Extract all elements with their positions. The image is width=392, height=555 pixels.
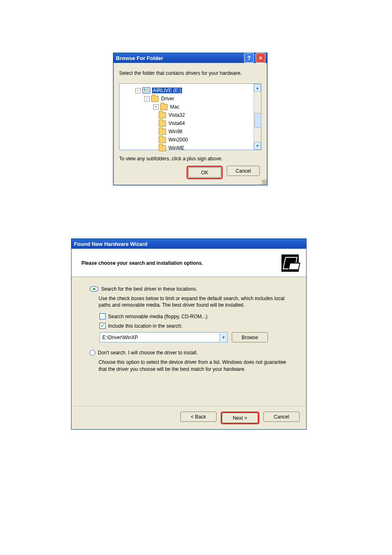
ok-highlight: OK xyxy=(187,166,223,179)
checkbox-label: Search removable media (floppy, CD-ROM..… xyxy=(108,314,208,319)
scroll-thumb[interactable] xyxy=(254,113,261,128)
tree-node-vista32[interactable]: Vista32 xyxy=(120,111,261,119)
collapse-icon[interactable]: − xyxy=(135,88,141,93)
folder-icon xyxy=(159,129,166,135)
folder-icon xyxy=(159,137,166,143)
checkbox-unchecked-icon[interactable] xyxy=(99,313,106,319)
cancel-button[interactable]: Cancel xyxy=(227,166,260,176)
tree-node-win2000[interactable]: Win2000 xyxy=(120,136,261,144)
resize-grip-icon[interactable] xyxy=(262,180,267,185)
next-highlight: Next > xyxy=(221,412,259,424)
radio-label: Search for the best driver in these loca… xyxy=(101,286,197,292)
search-help-text: Use the check boxes below to limit or ex… xyxy=(99,295,295,308)
location-combobox[interactable]: E:\Driver\WinXP ▼ xyxy=(99,332,228,342)
radio-selected-icon[interactable] xyxy=(90,286,99,292)
tree-node-driver[interactable]: − Driver xyxy=(120,95,261,103)
tree-label[interactable]: Win98 xyxy=(168,129,183,134)
folder-icon xyxy=(160,104,168,110)
wizard-heading: Please choose your search and installati… xyxy=(81,260,277,266)
radio-search-locations[interactable]: Search for the best driver in these loca… xyxy=(90,286,295,292)
help-button[interactable]: ? xyxy=(244,53,254,63)
folder-tree[interactable]: − AIRLIVE (E:) − Driver + Mac xyxy=(119,83,261,150)
tree-node-mac[interactable]: + Mac xyxy=(120,103,261,111)
browse-button[interactable]: Browse xyxy=(232,332,268,342)
dialog-title: Found New Hardware Wizard xyxy=(73,241,304,247)
folder-icon xyxy=(159,120,166,127)
cancel-button[interactable]: Cancel xyxy=(263,412,300,422)
instruction-text: Select the folder that contains drivers … xyxy=(119,70,261,76)
wizard-header: Please choose your search and installati… xyxy=(71,249,306,277)
scroll-up-icon[interactable]: ▲ xyxy=(254,84,261,92)
tree-node-win98[interactable]: Win98 xyxy=(120,127,261,136)
tree-node-drive[interactable]: − AIRLIVE (E:) xyxy=(120,86,261,95)
checkbox-checked-icon[interactable]: ✓ xyxy=(99,323,106,329)
tree-label-drive[interactable]: AIRLIVE (E:) xyxy=(152,88,182,93)
folder-icon xyxy=(159,145,166,151)
close-button[interactable]: × xyxy=(256,53,265,63)
hint-text: To view any subfolders, click a plus sig… xyxy=(119,156,261,162)
folder-icon xyxy=(159,112,166,118)
wizard-button-row: < Back Next > Cancel xyxy=(71,406,306,429)
scroll-track[interactable] xyxy=(254,92,261,142)
scrollbar[interactable]: ▲ ▼ xyxy=(254,84,261,150)
dont-search-help-text: Choose this option to select the device … xyxy=(99,359,295,372)
collapse-icon[interactable]: − xyxy=(144,96,150,102)
location-value[interactable]: E:\Driver\WinXP xyxy=(100,335,219,340)
tree-label[interactable]: Vista64 xyxy=(168,120,186,126)
checkbox-include-location[interactable]: ✓ Include this location in the search: xyxy=(99,323,295,329)
ok-button[interactable]: OK xyxy=(188,167,221,178)
scroll-down-icon[interactable]: ▼ xyxy=(254,142,261,150)
expand-icon[interactable]: + xyxy=(153,104,159,110)
dialog-title: Browse For Folder xyxy=(115,55,242,61)
tree-label[interactable]: WinME xyxy=(168,145,185,151)
tree-label[interactable]: Vista32 xyxy=(168,112,186,118)
titlebar: Browse For Folder ? × xyxy=(113,53,267,63)
drive-icon xyxy=(142,87,150,94)
tree-label[interactable]: Driver xyxy=(160,96,175,102)
hardware-wizard-dialog: Found New Hardware Wizard Please choose … xyxy=(71,238,307,430)
chevron-down-icon[interactable]: ▼ xyxy=(219,333,227,342)
tree-node-vista64[interactable]: Vista64 xyxy=(120,119,261,127)
tree-label[interactable]: Win2000 xyxy=(168,137,189,143)
radio-unselected-icon[interactable] xyxy=(90,350,95,356)
next-button[interactable]: Next > xyxy=(222,413,258,423)
folder-icon xyxy=(151,96,159,102)
tree-label[interactable]: Mac xyxy=(169,104,180,110)
radio-label: Don't search. I will choose the driver t… xyxy=(98,350,198,356)
hardware-icon xyxy=(281,254,299,272)
browse-folder-dialog: Browse For Folder ? × Select the folder … xyxy=(113,53,267,185)
back-button[interactable]: < Back xyxy=(180,412,217,422)
tree-node-winme[interactable]: WinME xyxy=(120,144,261,152)
radio-dont-search[interactable]: Don't search. I will choose the driver t… xyxy=(90,350,295,356)
checkbox-label: Include this location in the search: xyxy=(108,323,182,329)
titlebar: Found New Hardware Wizard xyxy=(71,239,306,249)
checkbox-removable-media[interactable]: Search removable media (floppy, CD-ROM..… xyxy=(99,313,295,319)
